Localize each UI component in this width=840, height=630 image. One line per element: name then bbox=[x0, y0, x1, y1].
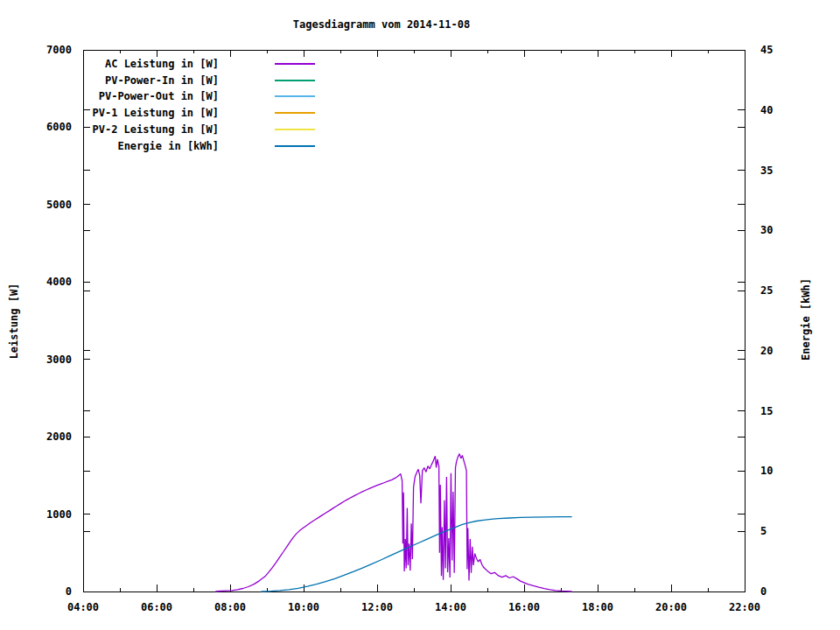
y-right-tick-label: 5 bbox=[760, 525, 766, 537]
y-right-tick-label: 15 bbox=[760, 405, 773, 417]
x-tick-label: 22:00 bbox=[729, 601, 760, 613]
y-left-tick-label: 0 bbox=[66, 585, 72, 598]
legend-item: PV-Power-Out in [W] bbox=[0, 90, 315, 102]
legend-label: PV-2 Leistung in [W] bbox=[0, 123, 219, 136]
legend-label: PV-Power-Out in [W] bbox=[0, 90, 219, 102]
y-right-tick-label: 40 bbox=[760, 104, 773, 116]
y-left-tick-label: 4000 bbox=[46, 276, 72, 288]
legend-label: Energie in [kWh] bbox=[0, 140, 219, 152]
x-tick-label: 16:00 bbox=[508, 601, 540, 613]
legend-line-sample bbox=[275, 145, 315, 147]
legend-line-sample bbox=[275, 80, 315, 81]
y-right-tick-label: 25 bbox=[760, 284, 773, 297]
x-tick-label: 20:00 bbox=[655, 601, 687, 613]
y-right-tick-label: 0 bbox=[760, 585, 766, 598]
x-tick-label: 14:00 bbox=[435, 601, 466, 613]
legend-line-sample bbox=[275, 112, 315, 114]
legend-item: PV-2 Leistung in [W] bbox=[0, 123, 315, 136]
y-right-tick-label: 10 bbox=[760, 465, 773, 477]
legend-item: Energie in [kWh] bbox=[0, 140, 315, 152]
x-tick-label: 08:00 bbox=[214, 601, 246, 613]
legend-line-sample bbox=[275, 129, 315, 130]
x-tick-label: 12:00 bbox=[361, 601, 393, 613]
series-ac-leistung-in-w- bbox=[215, 454, 571, 592]
x-tick-label: 06:00 bbox=[141, 601, 172, 613]
legend-line-sample bbox=[275, 63, 315, 65]
legend-label: AC Leistung in [W] bbox=[0, 58, 219, 70]
x-tick-label: 04:00 bbox=[67, 601, 99, 613]
y-right-tick-label: 35 bbox=[760, 164, 773, 177]
y-left-tick-label: 7000 bbox=[46, 44, 72, 56]
legend-item: PV-Power-In in [W] bbox=[0, 74, 315, 87]
legend-item: PV-1 Leistung in [W] bbox=[0, 107, 315, 119]
x-tick-label: 10:00 bbox=[288, 601, 319, 613]
y-right-tick-label: 30 bbox=[760, 224, 773, 236]
chart-canvas: Tagesdiagramm vom 2014-11-08 Leistung [W… bbox=[0, 0, 840, 630]
y-right-tick-label: 45 bbox=[760, 44, 773, 56]
legend-label: PV-Power-In in [W] bbox=[0, 74, 219, 87]
x-tick-label: 18:00 bbox=[582, 601, 613, 613]
y-left-tick-label: 1000 bbox=[46, 508, 72, 521]
legend-label: PV-1 Leistung in [W] bbox=[0, 107, 219, 119]
y-left-tick-label: 5000 bbox=[46, 199, 72, 211]
y-right-tick-label: 20 bbox=[760, 345, 773, 357]
legend-line-sample bbox=[275, 95, 315, 97]
series-energie-in-kwh- bbox=[262, 517, 572, 592]
y-left-tick-label: 2000 bbox=[46, 430, 72, 443]
y-left-tick-label: 3000 bbox=[46, 354, 72, 366]
legend-item: AC Leistung in [W] bbox=[0, 58, 315, 70]
